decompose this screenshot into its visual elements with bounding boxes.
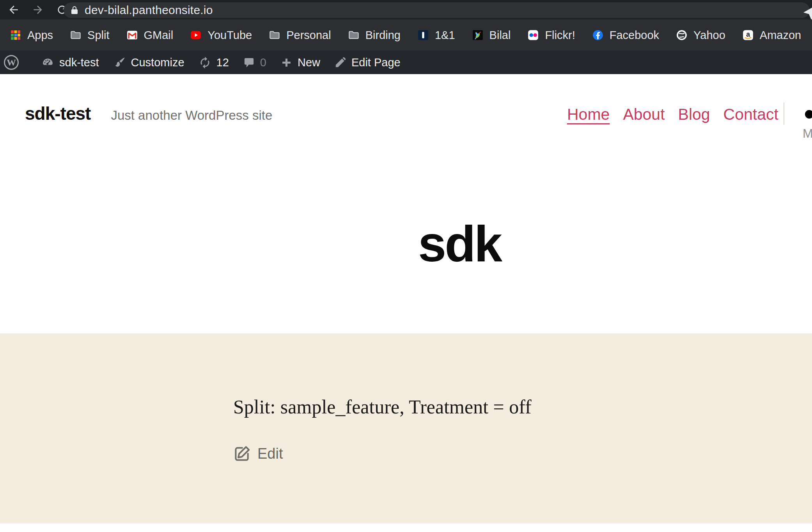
cursor-artifact bbox=[803, 6, 812, 20]
edit-link[interactable]: Edit bbox=[233, 445, 283, 463]
flickr-icon bbox=[528, 30, 539, 41]
bookmark-label: GMail bbox=[144, 29, 174, 42]
site-nav: Home About Blog Contact bbox=[567, 106, 792, 122]
site-logo[interactable]: sdk bbox=[418, 218, 501, 269]
pencil-icon bbox=[334, 57, 346, 69]
admin-site-name-label: sdk-test bbox=[59, 56, 99, 69]
bookmark-label: YouTube bbox=[207, 29, 252, 42]
browser-window: dev-bilal.pantheonsite.io Apps Split bbox=[0, 0, 812, 532]
bookmark-label: Yahoo bbox=[693, 29, 725, 42]
bookmark-flickr[interactable]: Flickr! bbox=[528, 29, 575, 42]
oneandone-icon bbox=[418, 30, 429, 41]
update-arrows-icon bbox=[199, 56, 211, 69]
comment-bubble-icon bbox=[243, 57, 255, 69]
admin-customize[interactable]: Customize bbox=[113, 56, 184, 69]
admin-new[interactable]: New bbox=[280, 56, 320, 69]
bookmark-personal[interactable]: Personal bbox=[269, 29, 331, 42]
forward-arrow-icon bbox=[32, 4, 44, 16]
bookmark-label: Split bbox=[87, 29, 109, 42]
back-button[interactable] bbox=[5, 1, 23, 19]
bookmark-split[interactable]: Split bbox=[70, 29, 109, 42]
bookmark-label: Birding bbox=[365, 29, 401, 42]
bookmark-youtube[interactable]: YouTube bbox=[190, 29, 252, 42]
admin-updates-count: 12 bbox=[216, 56, 229, 69]
url-text[interactable]: dev-bilal.pantheonsite.io bbox=[85, 4, 213, 17]
gmail-icon bbox=[127, 30, 138, 41]
edit-link-label: Edit bbox=[257, 446, 283, 461]
folder-icon bbox=[269, 30, 280, 41]
site-header: sdk-test Just another WordPress site bbox=[25, 105, 272, 122]
site-tagline: Just another WordPress site bbox=[111, 109, 272, 122]
admin-edit-page-label: Edit Page bbox=[351, 56, 401, 69]
paintbrush-icon bbox=[113, 56, 126, 69]
admin-new-label: New bbox=[298, 56, 320, 69]
feature-section bbox=[0, 333, 812, 523]
youtube-icon bbox=[190, 30, 201, 41]
amazon-icon: a bbox=[743, 30, 753, 41]
bookmark-apps[interactable]: Apps bbox=[10, 29, 53, 42]
admin-customize-label: Customize bbox=[131, 56, 184, 69]
folder-icon bbox=[348, 30, 359, 41]
bookmark-label: Facebook bbox=[610, 29, 659, 42]
folder-icon bbox=[70, 30, 81, 41]
wordpress-logo-icon: W bbox=[4, 55, 19, 70]
admin-updates[interactable]: 12 bbox=[199, 56, 229, 69]
svg-text:a: a bbox=[746, 30, 750, 38]
bookmark-label: Apps bbox=[27, 29, 53, 42]
apps-grid-icon bbox=[10, 30, 21, 41]
forward-button[interactable] bbox=[29, 1, 47, 19]
edit-pencil-icon bbox=[233, 445, 251, 463]
bookmark-label: Flickr! bbox=[545, 29, 575, 42]
menu-label-partial: M bbox=[803, 127, 812, 140]
nav-link-about[interactable]: About bbox=[623, 106, 665, 122]
lock-icon[interactable] bbox=[70, 5, 79, 15]
plus-icon bbox=[280, 57, 293, 69]
bookmark-gmail[interactable]: GMail bbox=[127, 29, 174, 42]
bookmark-label: Personal bbox=[286, 29, 331, 42]
header-divider bbox=[784, 103, 784, 125]
address-bar[interactable]: dev-bilal.pantheonsite.io bbox=[64, 2, 810, 18]
wp-logo-menu[interactable]: W bbox=[4, 55, 27, 70]
hummingbird-icon bbox=[472, 30, 483, 41]
bookmark-label: Bilal bbox=[489, 29, 511, 42]
nav-link-blog[interactable]: Blog bbox=[678, 106, 710, 122]
yahoo-globe-icon bbox=[676, 30, 687, 41]
dashboard-gauge-icon bbox=[41, 56, 54, 69]
nav-link-contact[interactable]: Contact bbox=[723, 106, 778, 122]
split-feature-text: Split: sample_feature, Treatment = off bbox=[233, 395, 532, 419]
bookmark-1and1[interactable]: 1&1 bbox=[418, 29, 455, 42]
bookmark-yahoo[interactable]: Yahoo bbox=[676, 29, 725, 42]
bookmarks-bar: Apps Split GMail YouTube Personal bbox=[0, 20, 812, 51]
bookmark-label: Amazon bbox=[760, 29, 801, 42]
nav-link-home[interactable]: Home bbox=[567, 106, 610, 122]
bookmark-bilal[interactable]: Bilal bbox=[472, 29, 511, 42]
admin-site-name[interactable]: sdk-test bbox=[41, 56, 99, 69]
admin-comments-count: 0 bbox=[260, 56, 266, 69]
admin-comments[interactable]: 0 bbox=[243, 56, 266, 69]
facebook-icon bbox=[592, 30, 603, 41]
bookmark-label: 1&1 bbox=[435, 29, 455, 42]
bookmark-facebook[interactable]: Facebook bbox=[592, 29, 659, 42]
admin-edit-page[interactable]: Edit Page bbox=[334, 56, 401, 69]
site-title[interactable]: sdk-test bbox=[25, 105, 90, 122]
menu-dot-icon[interactable] bbox=[805, 110, 812, 119]
wp-admin-bar: W sdk-test Customize bbox=[0, 51, 812, 74]
bookmark-birding[interactable]: Birding bbox=[348, 29, 401, 42]
bookmark-amazon[interactable]: a Amazon bbox=[743, 29, 801, 42]
browser-toolbar: dev-bilal.pantheonsite.io bbox=[0, 0, 812, 20]
back-arrow-icon bbox=[7, 4, 20, 16]
